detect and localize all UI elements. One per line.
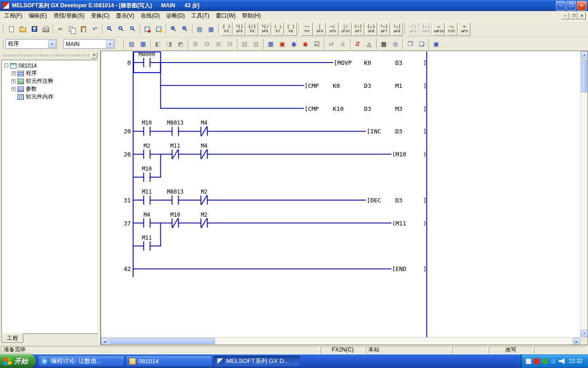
scroll-down-icon[interactable]: ▼ xyxy=(581,330,588,337)
expand-icon[interactable]: + xyxy=(11,87,16,91)
menu-item-2[interactable]: 查找/替换(S) xyxy=(50,11,87,21)
comm-setup-button[interactable]: ▣ xyxy=(430,38,442,50)
convert-button[interactable] xyxy=(141,23,153,35)
menu-item-4[interactable]: 显示(V) xyxy=(113,11,137,21)
ladder-symbol-aF7-button[interactable]: └↑├aF7 xyxy=(378,23,390,36)
chevron-down-icon[interactable]: ▼ xyxy=(106,40,114,48)
new-project-button[interactable] xyxy=(6,23,17,35)
horizontal-scrollbar-thumb[interactable] xyxy=(109,338,215,344)
ladder-contact-M4[interactable]: M4 xyxy=(144,212,150,227)
project-tree[interactable]: - 081014 +程序+软元件注释+参数软元件内存 xyxy=(1,60,97,333)
open-project-button[interactable] xyxy=(17,23,28,35)
program-list-button[interactable]: ▦ xyxy=(137,38,149,50)
device-test-button[interactable]: ▣ xyxy=(277,38,288,50)
insert-row-button[interactable]: ⊞ xyxy=(190,38,201,50)
print-button[interactable] xyxy=(40,23,51,35)
vertical-scrollbar[interactable]: ▲ ▼ xyxy=(580,51,588,337)
tree-item-1[interactable]: +软元件注释 xyxy=(2,77,97,85)
ladder-symbol-aF9-button[interactable]: ═aF9 xyxy=(458,23,470,36)
ladder-symbol-sF8-button[interactable]: ┤↓├sF8 xyxy=(365,23,377,36)
tray-network-icon[interactable] xyxy=(550,358,556,364)
ladder-contact-M2[interactable]: M2 xyxy=(201,212,207,228)
program-check-button[interactable]: ☑ xyxy=(311,38,322,50)
write-to-plc-button[interactable]: ⇊ xyxy=(337,38,349,50)
menu-item-1[interactable]: 编辑(E) xyxy=(25,11,50,21)
verify-with-plc-button[interactable]: ⇵ xyxy=(352,38,363,50)
close-button[interactable]: ✕ xyxy=(577,1,587,11)
start-button[interactable]: 开始 xyxy=(0,354,36,368)
zoom-in-button[interactable] xyxy=(168,23,179,35)
menu-item-8[interactable]: 窗口(W) xyxy=(213,11,239,21)
paste-button[interactable] xyxy=(78,23,89,35)
trace-button[interactable]: ◬ xyxy=(363,38,375,50)
write-mode-button[interactable]: ◨ xyxy=(164,38,175,50)
tile-windows-button[interactable]: ❐ xyxy=(404,38,416,50)
panel-grip[interactable] xyxy=(3,54,89,57)
ladder-symbol-sF6-button[interactable]: └┤/sF6 xyxy=(259,23,271,36)
monitor-display-button[interactable]: ▦ xyxy=(205,23,217,35)
delete-column-button[interactable]: ⊟ xyxy=(224,38,236,50)
tray-app-icon-1[interactable] xyxy=(526,358,531,364)
menu-item-3[interactable]: 变换(C) xyxy=(88,11,113,21)
ladder-contact-M4[interactable]: M4 xyxy=(201,120,207,136)
ladder-editor[interactable]: M8000M10M8013M4M2M11M4M10M11M8013M2M4M10… xyxy=(101,51,588,345)
ladder-symbol-F10-button[interactable]: ─┐F10 xyxy=(446,23,458,36)
collapse-icon[interactable]: - xyxy=(4,63,8,68)
ladder-symbol-cF9-button[interactable]: ─/cF9 xyxy=(327,23,339,36)
monitor-mode-button[interactable]: ◩ xyxy=(175,38,187,50)
undo-button[interactable]: ↶ xyxy=(89,23,101,35)
ladder-symbol-caF5-button[interactable]: ┤∗├caF5 xyxy=(420,23,432,36)
ladder-contact-M4[interactable]: M4 xyxy=(201,143,207,159)
ladder-contact-M10[interactable]: M10 xyxy=(142,120,152,135)
mdi-minimize-button[interactable]: ─ xyxy=(561,12,569,19)
ladder-contact-M10[interactable]: M10 xyxy=(142,166,152,181)
menu-item-0[interactable]: 工程(F) xyxy=(1,11,25,21)
ladder-contact-M8013[interactable]: M8013 xyxy=(167,189,184,204)
expand-icon[interactable]: + xyxy=(11,79,16,83)
ladder-symbol-aF8-button[interactable]: └↓├aF8 xyxy=(391,23,403,36)
toolbar-grip[interactable] xyxy=(2,24,3,34)
scroll-right-icon[interactable]: ▶ xyxy=(573,338,580,345)
ladder-contact-M11[interactable]: M11 xyxy=(142,189,152,204)
toolbar-grip[interactable] xyxy=(122,40,124,49)
delete-row-button[interactable]: ⊟ xyxy=(201,38,213,50)
ladder-contact-M2[interactable]: M2 xyxy=(201,189,207,205)
device-monitor-button[interactable]: ▦ xyxy=(265,38,277,50)
cut-button[interactable]: ✂ xyxy=(55,23,66,35)
copy-button[interactable] xyxy=(66,23,78,35)
zoom-out-button[interactable] xyxy=(179,23,191,35)
insert-column-button[interactable]: ⊞ xyxy=(213,38,224,50)
ladder-symbol-cF10-button[interactable]: │/cF10 xyxy=(339,23,351,36)
scroll-up-icon[interactable]: ▲ xyxy=(581,51,588,58)
ladder-symbol-F7-button[interactable]: ( )F7 xyxy=(272,23,284,36)
edit-screen-button[interactable]: ▤ xyxy=(126,38,137,50)
tray-antivirus-icon[interactable] xyxy=(542,358,548,364)
ladder-contact-M11[interactable]: M11 xyxy=(142,235,152,250)
ladder-contact-M8013[interactable]: M8013 xyxy=(167,120,184,135)
statement-edit-button[interactable]: ▥ xyxy=(250,38,262,50)
ladder-symbol-F5-button[interactable]: ┤ ├F5 xyxy=(220,23,232,36)
vertical-scrollbar-thumb[interactable] xyxy=(581,59,587,92)
tray-volume-icon[interactable] xyxy=(559,358,565,364)
toolbar-grip[interactable] xyxy=(2,40,3,49)
ladder-contact-M8000[interactable]: M8000 xyxy=(139,51,155,67)
program-type-combobox[interactable]: 程序 ▼ xyxy=(6,39,57,49)
chevron-down-icon[interactable]: ▼ xyxy=(48,40,56,48)
scroll-left-icon[interactable]: ◀ xyxy=(101,338,108,345)
comment-display-button[interactable]: ▤ xyxy=(194,23,205,35)
monitor-stop-button[interactable]: ◉ xyxy=(300,38,311,50)
save-project-button[interactable] xyxy=(28,23,40,35)
transfer-setup-button[interactable]: ⇄ xyxy=(326,38,337,50)
ladder-symbol-sF9-button[interactable]: │sF9 xyxy=(314,23,326,36)
tray-app-icon-2[interactable] xyxy=(534,358,540,364)
program-block-combobox[interactable]: MAIN ▼ xyxy=(63,39,115,49)
zoom-monitor-button[interactable]: ◎ xyxy=(390,38,401,50)
tree-item-2[interactable]: +参数 xyxy=(2,85,97,93)
entry-data-monitor-button[interactable]: ▩ xyxy=(378,38,390,50)
tree-item-0[interactable]: +程序 xyxy=(2,69,97,77)
read-mode-button[interactable]: ◧ xyxy=(152,38,164,50)
tree-root[interactable]: - 081014 xyxy=(2,62,97,69)
taskbar-task-1[interactable]: 081014 xyxy=(126,356,212,367)
ladder-symbol-sF5-button[interactable]: └┤├sF5 xyxy=(233,23,245,36)
convert-all-button[interactable] xyxy=(153,23,164,35)
